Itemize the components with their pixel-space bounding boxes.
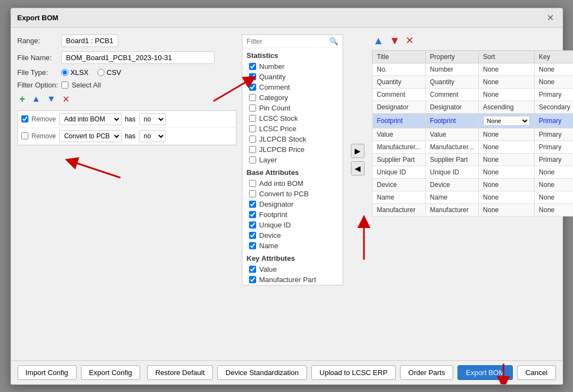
table-row: ManufacturerManufacturerNoneNone (372, 203, 573, 216)
filter-search-bar: 🔍 (242, 35, 343, 48)
delete-filter-button[interactable]: ✕ (60, 93, 72, 106)
restore-default-button[interactable]: Restore Default (147, 365, 213, 380)
filter-option-row: Filter Option: Select All (18, 81, 236, 89)
filter-row-1-has-label: has (125, 115, 135, 123)
cb-designator[interactable]: Designator (242, 199, 343, 209)
device-standardization-button[interactable]: Device Standardization (217, 365, 307, 380)
xlsx-radio-label[interactable]: XLSX (61, 68, 89, 77)
upload-lcsc-button[interactable]: Upload to LCSC ERP (311, 365, 396, 380)
statistics-section-header: Statistics (242, 48, 343, 61)
col-title: Title (372, 50, 425, 63)
table-row: ValueValueNonePrimary (372, 128, 573, 141)
cb-unique-id[interactable]: Unique ID (242, 220, 343, 230)
table-cell-key: Primary (534, 113, 573, 128)
table-row: CommentCommentNonePrimary (372, 88, 573, 101)
cb-name[interactable]: Name (242, 241, 343, 251)
select-all-checkbox[interactable] (61, 81, 68, 89)
table-cell-property: Designator (425, 101, 478, 113)
table-row: Manufacturer...Manufacturer...NonePrimar… (372, 141, 573, 153)
cancel-button[interactable]: Cancel (517, 365, 555, 380)
filter-row-2-checkbox[interactable] (21, 132, 28, 139)
table-cell-title: Comment (372, 88, 425, 101)
table-cell-property: Device (425, 178, 478, 191)
table-cell-title: Manufacturer (372, 203, 425, 216)
table-cell-sort[interactable]: None (478, 191, 534, 203)
table-cell-key: Secondary (534, 101, 573, 113)
cb-convert-to-pcb[interactable]: Convert to PCB (242, 189, 343, 199)
filter-row-1-checkbox[interactable] (21, 115, 28, 122)
filter-row-1-field[interactable]: Add into BOM Convert to PCB (59, 113, 121, 125)
import-config-button[interactable]: Import Config (18, 365, 77, 380)
add-filter-button[interactable]: + (18, 92, 28, 106)
filter-row-1-remove[interactable]: Remove (32, 115, 56, 123)
filetype-row: File Type: XLSX CSV (18, 68, 236, 77)
table-cell-sort[interactable]: None (478, 166, 534, 178)
filter-row-2-value[interactable]: no yes (139, 130, 166, 142)
filter-row-1-value[interactable]: no yes (139, 113, 166, 125)
table-up-button[interactable]: ▲ (372, 34, 385, 47)
table-row: FootprintFootprintNoneAscendingDescendin… (372, 113, 573, 128)
table-cell-key: None (534, 191, 573, 203)
move-down-button[interactable]: ▼ (45, 93, 58, 105)
csv-radio-label[interactable]: CSV (97, 68, 121, 77)
order-parts-button[interactable]: Order Parts (400, 365, 453, 380)
transfer-left-button[interactable]: ◀ (351, 161, 364, 175)
transfer-right-button[interactable]: ▶ (351, 144, 364, 158)
table-cell-sort[interactable]: None (478, 141, 534, 153)
table-cell-sort[interactable]: None (478, 88, 534, 101)
table-cell-property: Supplier Part (425, 153, 478, 166)
export-config-button[interactable]: Export Config (81, 365, 141, 380)
cb-add-into-bom[interactable]: Add into BOM (242, 178, 343, 189)
table-cell-sort[interactable]: None (478, 153, 534, 166)
cb-manufacturer-part[interactable]: Manufacturer Part (242, 274, 343, 285)
filter-row-2-remove[interactable]: Remove (32, 132, 56, 140)
table-cell-key: None (534, 166, 573, 178)
close-button[interactable]: ✕ (545, 13, 556, 23)
filter-search-input[interactable] (247, 37, 327, 45)
cb-layer[interactable]: Layer (242, 155, 343, 165)
table-cell-sort[interactable]: Ascending (478, 101, 534, 113)
dialog-title: Export BOM (18, 14, 59, 22)
move-up-button[interactable]: ▲ (30, 93, 43, 105)
table-cell-key: Primary (534, 88, 573, 101)
table-row: Supplier PartSupplier PartNonePrimary (372, 153, 573, 166)
bom-table: Title Property Sort Key No.NumberNoneNon… (372, 50, 574, 217)
table-cell-sort[interactable]: None (478, 128, 534, 141)
filter-row-2-field[interactable]: Convert to PCB Add into BOM (59, 130, 121, 142)
table-row: No.NumberNoneNone (372, 63, 573, 75)
export-bom-dialog: Export BOM ✕ Range: Board1 : PCB1 File N… (10, 8, 563, 385)
cb-lcsc-price[interactable]: LCSC Price (242, 124, 343, 134)
cb-jlcpcb-price[interactable]: JLCPCB Price (242, 144, 343, 155)
xlsx-radio[interactable] (61, 69, 68, 76)
cb-device[interactable]: Device (242, 230, 343, 241)
table-cell-key: None (534, 75, 573, 88)
table-cell-key: None (534, 178, 573, 191)
table-cell-sort[interactable]: None (478, 63, 534, 75)
cb-jlcpcb-stock[interactable]: JLCPCB Stock (242, 134, 343, 144)
table-cell-sort[interactable]: None (478, 178, 534, 191)
table-arrow-buttons: ▲ ▼ ✕ (372, 34, 574, 47)
filetype-label: File Type: (18, 68, 61, 77)
table-cell-key: Primary (534, 141, 573, 153)
table-down-button[interactable]: ▼ (388, 34, 401, 47)
cb-quantity[interactable]: Quantity (242, 72, 343, 82)
table-cell-sort[interactable]: None (478, 203, 534, 216)
cb-number[interactable]: Number (242, 61, 343, 72)
cb-comment[interactable]: Comment (242, 82, 343, 92)
csv-radio[interactable] (97, 69, 105, 76)
cb-lcsc-stock[interactable]: LCSC Stock (242, 113, 343, 124)
sort-select[interactable]: NoneAscendingDescending (483, 116, 530, 126)
table-cell-sort[interactable]: NoneAscendingDescending (478, 113, 534, 128)
filename-input[interactable] (61, 51, 215, 64)
cb-footprint[interactable]: Footprint (242, 209, 343, 220)
table-cell-sort[interactable]: None (478, 75, 534, 88)
table-cell-title: Footprint (372, 113, 425, 128)
table-row: DeviceDeviceNoneNone (372, 178, 573, 191)
cb-category[interactable]: Category (242, 92, 343, 103)
table-delete-button[interactable]: ✕ (404, 34, 415, 46)
table-cell-title: Designator (372, 101, 425, 113)
cb-pin-count[interactable]: Pin Count (242, 103, 343, 113)
export-bom-button[interactable]: Export BOM (458, 365, 513, 380)
cb-value[interactable]: Value (242, 264, 343, 274)
filter-table: Remove Add into BOM Convert to PCB has n… (18, 110, 236, 145)
